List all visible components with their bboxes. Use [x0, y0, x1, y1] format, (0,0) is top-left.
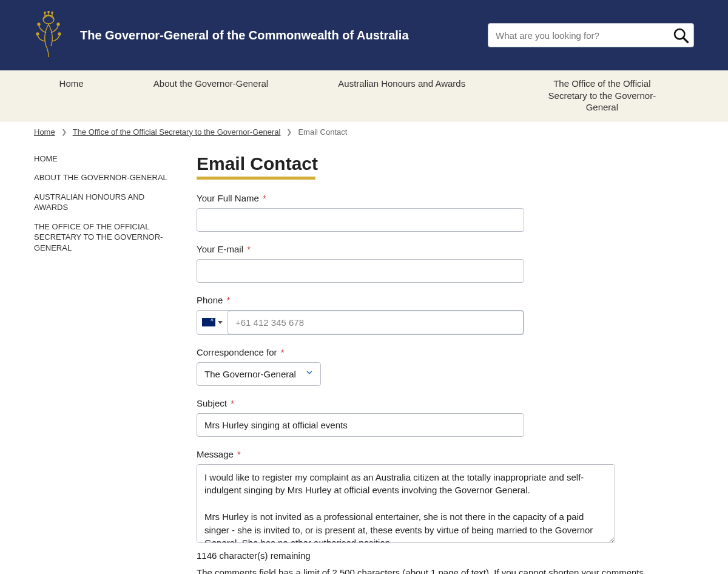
- svg-point-6: [38, 23, 40, 25]
- nav-honours[interactable]: Australian Honours and Awards: [338, 78, 465, 113]
- sidebar-item-about[interactable]: ABOUT THE GOVERNOR-GENERAL: [34, 172, 167, 183]
- chevron-right-icon: ❯: [61, 128, 67, 136]
- limit-helper-text: The comments field has a limit of 2,500 …: [197, 566, 645, 574]
- page-title: Email Contact: [197, 154, 645, 174]
- svg-point-4: [36, 33, 39, 35]
- input-phone[interactable]: [228, 311, 524, 334]
- breadcrumb: Home ❯ The Office of the Official Secret…: [0, 121, 728, 143]
- nav-home[interactable]: Home: [59, 78, 84, 113]
- label-correspondence: Correspondence for *: [197, 347, 645, 357]
- svg-point-7: [57, 23, 59, 25]
- title-underline: [197, 177, 315, 180]
- input-full-name[interactable]: [197, 208, 524, 232]
- crest-logo: [34, 11, 63, 59]
- caret-down-icon: [218, 321, 223, 324]
- search-box: [488, 23, 694, 47]
- main-content: Email Contact Your Full Name * Your E-ma…: [197, 154, 645, 575]
- label-full-name: Your Full Name *: [197, 193, 645, 203]
- phone-country-selector[interactable]: [197, 311, 228, 334]
- svg-point-2: [48, 11, 49, 12]
- svg-point-1: [44, 12, 46, 13]
- flag-au-icon: [202, 318, 215, 326]
- nav-about[interactable]: About the Governor-General: [153, 78, 268, 113]
- search-icon[interactable]: [672, 27, 689, 44]
- select-correspondence[interactable]: The Governor-General: [197, 362, 321, 386]
- sidebar-item-honours[interactable]: AUSTRALIAN HONOURS AND AWARDS: [34, 192, 167, 213]
- field-phone: Phone *: [197, 295, 645, 335]
- label-message: Message *: [197, 449, 645, 459]
- svg-point-5: [58, 33, 61, 35]
- sidebar-item-office[interactable]: THE OFFICE OF THE OFFICIAL SECRETARY TO …: [34, 221, 167, 254]
- nav-office[interactable]: The Office of the Official Secretary to …: [535, 78, 669, 113]
- field-message: Message *: [197, 449, 645, 545]
- label-phone: Phone *: [197, 295, 645, 305]
- field-correspondence: Correspondence for * The Governor-Genera…: [197, 347, 645, 386]
- chevron-right-icon: ❯: [286, 128, 292, 136]
- breadcrumb-home[interactable]: Home: [34, 127, 55, 137]
- input-subject[interactable]: [197, 413, 524, 437]
- field-full-name: Your Full Name *: [197, 193, 645, 232]
- label-subject: Subject *: [197, 398, 645, 408]
- svg-point-3: [52, 12, 53, 13]
- site-title: The Governor-General of the Commonwealth…: [80, 29, 471, 42]
- label-email: Your E-mail *: [197, 244, 645, 254]
- breadcrumb-parent[interactable]: The Office of the Official Secretary to …: [73, 127, 281, 137]
- sidebar-nav: HOME ABOUT THE GOVERNOR-GENERAL AUSTRALI…: [34, 154, 167, 262]
- svg-line-9: [684, 38, 688, 42]
- breadcrumb-current: Email Contact: [298, 127, 347, 137]
- textarea-message[interactable]: [197, 464, 615, 543]
- field-subject: Subject *: [197, 398, 645, 437]
- main-nav: Home About the Governor-General Australi…: [0, 70, 728, 121]
- svg-point-0: [43, 15, 54, 24]
- site-header: The Governor-General of the Commonwealth…: [0, 0, 728, 70]
- field-email: Your E-mail *: [197, 244, 645, 283]
- input-email[interactable]: [197, 259, 524, 283]
- search-input[interactable]: [488, 23, 694, 47]
- chars-remaining: 1146 character(s) remaining: [197, 549, 645, 563]
- sidebar-item-home[interactable]: HOME: [34, 154, 167, 164]
